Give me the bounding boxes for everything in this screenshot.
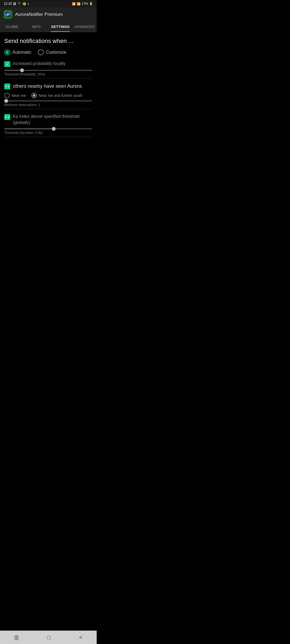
nearby-aurora-row: ✓ others nearby have seen Aurora — [4, 83, 92, 90]
radio-customize[interactable]: Customize — [38, 49, 66, 55]
probability-slider-track[interactable] — [4, 70, 92, 71]
kp-slider-track[interactable] — [4, 128, 92, 129]
app-header: 🌌 AuroraNotifier Premium — [0, 8, 97, 21]
observations-slider-section: Minimum observations: 1 — [4, 100, 92, 107]
local-probability-checkbox[interactable] — [4, 61, 10, 67]
radio-near-me-label: Near me — [12, 93, 26, 98]
app-title: AuroraNotifier Premium — [15, 12, 63, 17]
tab-bar: GLOBE INFO SETTINGS ADVANCED — [0, 21, 97, 32]
dot-icon: ● — [28, 3, 29, 5]
kp-slider-thumb[interactable] — [52, 127, 56, 131]
radio-near-me-south[interactable]: Near me and further south — [31, 93, 82, 98]
kp-index-checkbox[interactable]: ✓ — [4, 114, 10, 120]
radio-near-me-circle[interactable] — [4, 93, 10, 98]
tab-advanced[interactable]: ADVANCED — [73, 21, 97, 32]
nearby-aurora-section: ✓ others nearby have seen Aurora Near me… — [4, 83, 92, 107]
status-right: 📶 📶 17% 🔋 — [72, 2, 93, 6]
radio-near-me-south-circle[interactable] — [31, 93, 37, 98]
app-logo: 🌌 — [4, 10, 12, 19]
observations-slider-track[interactable] — [4, 100, 92, 101]
mode-radio-group: Automatic Customize — [4, 49, 92, 55]
radio-automatic[interactable]: Automatic — [4, 49, 31, 55]
kp-index-label: Kp index above specified threshold (glob… — [13, 114, 92, 126]
probability-slider-label: Threshold (Probability: 20%) — [4, 72, 92, 76]
section-title: Send notifications when ... — [4, 38, 92, 45]
local-probability-section: increased probability locally Threshold … — [4, 61, 92, 76]
status-time: 22:30 — [4, 2, 12, 6]
kp-slider-fill — [4, 128, 54, 129]
app-notification-icon: 🟢 — [23, 2, 26, 6]
divider-2 — [4, 109, 92, 109]
radio-customize-label: Customize — [46, 50, 66, 55]
divider-3 — [4, 137, 92, 137]
observations-slider-label: Minimum observations: 1 — [4, 103, 92, 107]
local-probability-row: increased probability locally — [4, 61, 92, 67]
battery-text: 17% — [82, 2, 88, 6]
radio-automatic-label: Automatic — [12, 50, 31, 55]
radio-automatic-circle[interactable] — [4, 49, 10, 55]
observations-slider-thumb[interactable] — [4, 99, 8, 103]
probability-slider-thumb[interactable] — [20, 68, 24, 72]
location-icon: 📍 — [17, 2, 21, 6]
kp-slider-label: Threshold (Kp-index: 5.00) — [4, 131, 92, 135]
radio-near-me-south-label: Near me and further south — [39, 93, 82, 98]
kp-index-row: ✓ Kp index above specified threshold (gl… — [4, 114, 92, 126]
tab-globe[interactable]: GLOBE — [0, 21, 24, 32]
battery-icon: 🔋 — [89, 2, 93, 6]
divider-1 — [4, 78, 92, 79]
location-radio-group: Near me Near me and further south — [4, 93, 92, 98]
signal-icon: 📶 — [77, 2, 81, 6]
radio-customize-circle[interactable] — [38, 49, 44, 55]
tab-settings[interactable]: SETTINGS — [48, 21, 73, 32]
probability-slider-section: Threshold (Probability: 20%) — [4, 70, 92, 76]
kp-index-section: ✓ Kp index above specified threshold (gl… — [4, 114, 92, 135]
settings-content: Send notifications when ... Automatic Cu… — [0, 32, 97, 147]
radio-near-me[interactable]: Near me — [4, 93, 26, 98]
kp-slider-section: Threshold (Kp-index: 5.00) — [4, 128, 92, 135]
probability-slider-fill — [4, 70, 22, 71]
photo-icon: 🖼 — [13, 2, 16, 5]
nearby-aurora-label: others nearby have seen Aurora — [13, 83, 92, 90]
status-left: 22:30 🖼 📍 🟢 ● — [4, 2, 29, 6]
tab-info[interactable]: INFO — [24, 21, 48, 32]
wifi-icon: 📶 — [72, 2, 76, 6]
nearby-aurora-checkbox[interactable]: ✓ — [4, 83, 10, 89]
local-probability-label: increased probability locally — [13, 61, 92, 67]
status-bar: 22:30 🖼 📍 🟢 ● 📶 📶 17% 🔋 — [0, 0, 97, 8]
